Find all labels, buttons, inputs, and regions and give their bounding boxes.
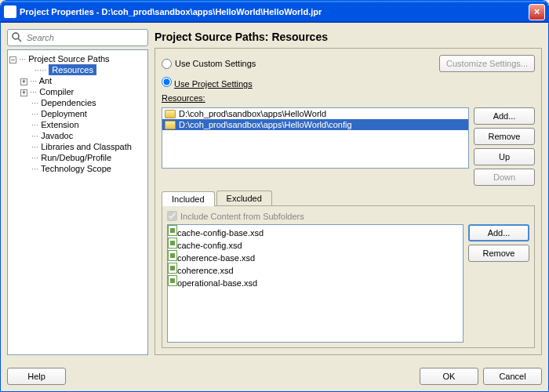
tree-node-rundebug[interactable]: ··· Run/Debug/Profile: [9, 152, 146, 163]
resource-row[interactable]: D:\coh_prod\sandbox\apps\HelloWorld\conf…: [162, 119, 468, 130]
tree-node-techscope[interactable]: ··· Technology Scope: [9, 163, 146, 174]
tab-included[interactable]: Included: [162, 191, 215, 206]
radio-custom-settings[interactable]: Use Custom Settings: [162, 59, 256, 69]
folder-icon: [165, 110, 176, 118]
titlebar: Project Properties - D:\coh_prod\sandbox…: [1, 1, 548, 23]
up-button[interactable]: Up: [474, 148, 535, 165]
category-tree[interactable]: −··· Project Source Paths ····· Resource…: [7, 49, 148, 355]
included-files-list[interactable]: cache-config-base.xsd cache-config.xsd c…: [167, 224, 464, 343]
tree-node-deployment[interactable]: ··· Deployment: [9, 108, 146, 119]
folder-icon: [165, 121, 176, 129]
search-icon: [11, 31, 24, 44]
tab-excluded[interactable]: Excluded: [216, 191, 272, 205]
project-properties-dialog: Project Properties - D:\coh_prod\sandbox…: [0, 0, 549, 392]
resource-row[interactable]: D:\coh_prod\sandbox\apps\HelloWorld: [162, 108, 468, 119]
plus-icon[interactable]: +: [20, 89, 27, 96]
xsd-file-icon: [168, 275, 177, 286]
file-row[interactable]: coherence-base.xsd: [168, 250, 463, 263]
remove-file-button[interactable]: Remove: [468, 245, 529, 262]
file-row[interactable]: operational-base.xsd: [168, 275, 463, 288]
plus-icon[interactable]: +: [20, 78, 27, 85]
tree-node-extension[interactable]: ··· Extension: [9, 119, 146, 130]
resources-label: Resources:: [162, 93, 535, 103]
tree-node-resources[interactable]: ····· Resources: [9, 64, 146, 75]
app-icon: [4, 5, 16, 18]
search-input[interactable]: [27, 33, 144, 42]
remove-resource-button[interactable]: Remove: [474, 128, 535, 145]
window-title: Project Properties - D:\coh_prod\sandbox…: [20, 7, 322, 16]
close-button[interactable]: ×: [529, 4, 545, 20]
radio-project-settings[interactable]: Use Project Settings: [162, 77, 535, 89]
xsd-file-icon: [168, 238, 177, 249]
down-button: Down: [474, 169, 535, 186]
xsd-file-icon: [168, 263, 177, 274]
help-button[interactable]: Help: [7, 368, 66, 385]
tree-node-ant[interactable]: +··· Ant: [9, 75, 146, 86]
file-row[interactable]: coherence.xsd: [168, 263, 463, 275]
customize-settings-button: Customize Settings...: [439, 55, 535, 72]
include-subfolders-checkbox[interactable]: Include Content from Subfolders: [167, 211, 529, 221]
add-file-button[interactable]: Add...: [468, 224, 529, 241]
add-resource-button[interactable]: Add...: [474, 107, 535, 125]
svg-point-0: [13, 33, 19, 39]
search-box[interactable]: [7, 29, 148, 46]
tree-node-javadoc[interactable]: ··· Javadoc: [9, 130, 146, 141]
page-title: Project Source Paths: Resources: [155, 29, 542, 48]
cancel-button[interactable]: Cancel: [483, 368, 542, 385]
svg-line-1: [18, 38, 21, 42]
resources-list[interactable]: D:\coh_prod\sandbox\apps\HelloWorld D:\c…: [162, 107, 469, 169]
tree-node-source-paths[interactable]: −··· Project Source Paths: [9, 53, 146, 64]
minus-icon[interactable]: −: [9, 56, 16, 64]
ok-button[interactable]: OK: [420, 368, 478, 385]
file-row[interactable]: cache-config.xsd: [168, 238, 463, 250]
xsd-file-icon: [168, 250, 177, 261]
xsd-file-icon: [168, 225, 177, 236]
tree-node-compiler[interactable]: +··· Compiler: [9, 86, 146, 97]
tree-node-dependencies[interactable]: ··· Dependencies: [9, 97, 146, 108]
tree-node-libraries[interactable]: ··· Libraries and Classpath: [9, 141, 146, 152]
file-row[interactable]: cache-config-base.xsd: [168, 225, 463, 238]
